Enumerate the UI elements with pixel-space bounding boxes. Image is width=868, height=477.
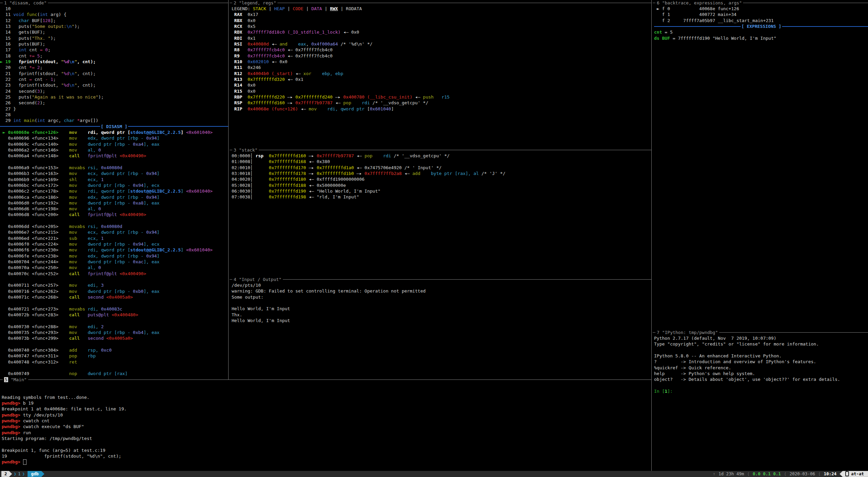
pane-disasm-code[interactable]: 10 11 void func(int arg) { 12 char BUF[1… xyxy=(0,6,228,377)
chevron-right-icon: ❯ xyxy=(22,471,25,477)
pane-ipython[interactable]: Python 2.7.17 (default, Nov 7 2019, 10:0… xyxy=(653,335,868,394)
pane-stack[interactable]: 00:0000│ rsp 0x7fffffffd160 —▸ 0x7ffff7b… xyxy=(230,153,653,200)
pane-title-main-label: "Main" xyxy=(11,377,27,382)
angle-separator-icon: ⟨ xyxy=(784,471,786,477)
hostname-label: at-at xyxy=(851,471,864,477)
battery-icon xyxy=(845,471,849,476)
pane-border-ipython: 7 "IPython: tmp/pwndbg" xyxy=(653,330,868,335)
pane-io[interactable]: /dev/pts/10warning: GDB: Failed to set c… xyxy=(230,282,653,323)
status-left: 2 ❯ 1 ❯ gdb xyxy=(1,471,44,477)
clock-label: 10:24 xyxy=(824,471,837,477)
pane-legend-regs[interactable]: LEGEND: STACK | HEAP | CODE | DATA | RWX… xyxy=(230,6,653,112)
pane-border-disasm-code: 1 "disasm, code" xyxy=(0,0,228,6)
pane-border-io: 4 "Input / Output" xyxy=(230,277,651,282)
pane-border-main: 5 "Main" xyxy=(0,377,651,383)
pane-border-stack: 3 "stack" xyxy=(230,147,651,153)
pane-title-disasm-code: 1 "disasm, code" xyxy=(3,0,48,6)
load-average-label: 0.0 0.1 0.1 xyxy=(753,471,781,477)
pane-title-backtrace: 6 "backtrace, expressions, args" xyxy=(655,0,743,6)
pane-title-legend-regs: 2 "legend, regs" xyxy=(232,0,277,6)
pane-title-io: 4 "Input / Output" xyxy=(232,277,283,282)
window-tab-gdb[interactable]: gdb xyxy=(28,471,44,477)
status-right: ↑ 1d 23h 49m ⟨ 0.0 0.1 0.1 ⟨ 2020-03-06 … xyxy=(713,471,868,477)
pane-title-stack: 3 "stack" xyxy=(232,147,259,153)
angle-separator-icon: ⟨ xyxy=(818,471,821,477)
angle-separator-icon: ⟨ xyxy=(747,471,750,477)
chevron-right-icon: ❯ xyxy=(14,471,17,477)
pane-index-label: 1 xyxy=(18,471,21,477)
tmux-status-bar: 2 ❯ 1 ❯ gdb ↑ 1d 23h 49m ⟨ 0.0 0.1 0.1 ⟨… xyxy=(0,471,868,477)
uptime-arrow-icon: ↑ xyxy=(713,471,716,477)
vertical-border-right[interactable] xyxy=(651,0,652,471)
pane-main-gdb[interactable]: Reading symbols from test...done.pwndbg>… xyxy=(0,383,653,465)
uptime-label: 1d 23h 49m xyxy=(719,471,744,477)
tmux-terminal: 1 "disasm, code" 2 "legend, regs" 6 "bac… xyxy=(0,0,868,477)
pane-title-ipython: 7 "IPython: tmp/pwndbg" xyxy=(655,330,719,335)
pane-backtrace-expressions[interactable]: ► f 0 40068e func+126 f 1 400772 main+34… xyxy=(653,6,868,41)
pane-title-main: 5 "Main" xyxy=(3,377,28,383)
active-pane-number: 5 xyxy=(4,377,8,382)
date-label: 2020-03-06 xyxy=(790,471,815,477)
pane-border-backtrace: 6 "backtrace, expressions, args" xyxy=(653,0,868,6)
hostname-badge: at-at xyxy=(839,471,868,477)
window-index-badge[interactable]: 2 xyxy=(1,471,12,477)
vertical-border-left[interactable] xyxy=(228,0,229,380)
pane-border-legend-regs: 2 "legend, regs" xyxy=(230,0,651,6)
